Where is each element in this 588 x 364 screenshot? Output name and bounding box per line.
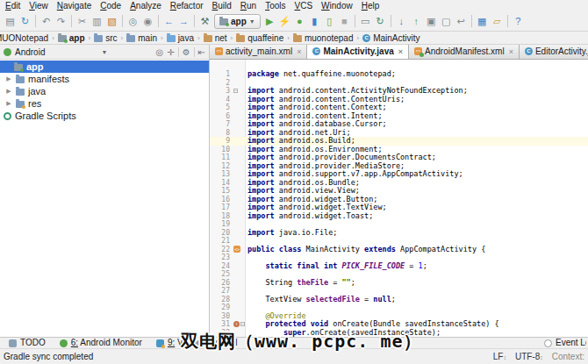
breadcrumb-item-app[interactable]: app [57, 33, 86, 43]
status-lf[interactable]: LF↕ [493, 352, 506, 361]
project-view-selector[interactable]: Android [15, 47, 45, 57]
tab-label: EditorActivity.java [535, 46, 588, 56]
build-hammer-icon[interactable]: ⚒ [197, 14, 212, 29]
menu-build[interactable]: Build [208, 1, 236, 11]
stop-icon[interactable]: ■ [337, 14, 352, 29]
menu-analyze[interactable]: Analyze [125, 1, 166, 11]
tab-mainactivity-java[interactable]: CMainActivity.java× [307, 45, 409, 59]
cut-icon[interactable]: ✂ [75, 14, 90, 29]
collapse-all-icon[interactable]: ✛ [167, 47, 174, 57]
breadcrumb-item-muonotepad[interactable]: MUONotepad [0, 33, 49, 43]
save-icon[interactable]: ▤ [3, 14, 18, 29]
settings-gear-icon[interactable]: ⚙ [183, 47, 190, 57]
vcs-update-icon[interactable]: ↓ [394, 14, 409, 29]
rollback-icon[interactable]: ↩ [454, 14, 469, 29]
tab-activity-main-xml[interactable]: <>activity_main.xml× [210, 45, 307, 59]
debug-icon[interactable]: ● [292, 14, 307, 29]
menu-run[interactable]: Run [236, 1, 261, 11]
menu-navigate[interactable]: Navigate [53, 1, 96, 11]
hide-panel-icon[interactable]: ⇤ [198, 47, 205, 57]
menu-tools[interactable]: Tools [261, 1, 290, 11]
line-number: 1 [210, 70, 233, 79]
code-line-1[interactable]: 1package net.quaffeine.muonotepad; [210, 70, 588, 79]
line-number: 31 [210, 320, 233, 329]
breadcrumb-item-net[interactable]: net [203, 33, 228, 43]
profiler-icon[interactable]: ▮ [307, 14, 322, 29]
menu-help[interactable]: Help [357, 1, 384, 11]
menu-view[interactable]: View [25, 1, 53, 11]
code-line-28[interactable]: 28 TextView selectedFile = null; [210, 296, 588, 304]
sdk-manager-icon[interactable]: ▦ [475, 14, 490, 29]
run-icon[interactable]: ▶ [262, 14, 277, 29]
tab-close-icon[interactable]: × [509, 47, 513, 56]
breadcrumb-item-muonotepad[interactable]: muonotepad [292, 33, 355, 43]
fold-marker-icon[interactable]: − [240, 322, 245, 326]
code-line-18[interactable]: 18import android.widget.Toast; [210, 212, 588, 221]
forward-icon[interactable]: → [176, 14, 191, 29]
copy-icon[interactable]: ▥ [90, 14, 104, 29]
breadcrumb-item-main[interactable]: main [125, 33, 158, 43]
status-utf-8[interactable]: UTF-8↕ [515, 352, 543, 361]
vcs-commit-icon[interactable]: ↑ [409, 14, 424, 29]
redo-icon[interactable]: ↷ [54, 14, 68, 29]
code-line-22[interactable]: 22<>public class MainActivity extends Ap… [210, 246, 588, 254]
tree-expand-arrow-icon[interactable]: ▶ [5, 88, 12, 95]
breadcrumb-item-quaffeine[interactable]: quaffeine [235, 33, 284, 43]
attach-debugger-icon[interactable]: ▯ [322, 14, 337, 29]
related-layout-icon[interactable]: <> [233, 246, 240, 253]
code-line-26[interactable]: 26 String theFile = ""; [210, 279, 588, 288]
apply-changes-icon[interactable]: ⚡ [277, 14, 292, 29]
tab-editoractivity-java[interactable]: CEditorActivity.java× [520, 45, 588, 59]
paste-icon[interactable]: ▧ [104, 14, 119, 29]
line-number: 30 [210, 312, 233, 321]
event-log-button[interactable]: Event Log [544, 338, 586, 348]
tab-close-icon[interactable]: × [297, 47, 301, 56]
locate-icon[interactable]: ◎ [156, 47, 164, 57]
menu-vcs[interactable]: VCS [290, 1, 318, 11]
override-method-icon[interactable]: ↑ [233, 321, 240, 327]
code-line-20[interactable]: 20import java.io.File; [210, 229, 588, 238]
tree-item-manifests[interactable]: ▶manifests [0, 73, 209, 85]
code-text: import java.io.File; [246, 229, 337, 238]
tree-item-gradle-scripts[interactable]: Gradle Scripts [0, 110, 209, 122]
code-line-24[interactable]: 24 static final int PICK_FILE_CODE = 1; [210, 262, 588, 271]
code-editor[interactable]: 1package net.quaffeine.muonotepad;2 3−im… [210, 60, 588, 337]
menu-window[interactable]: Window [317, 1, 357, 11]
breadcrumb-muonotepad-icon [293, 35, 302, 42]
toolwindow-button-6-android-monitor[interactable]: 6: Android Monitor [53, 338, 149, 349]
find-icon[interactable]: ◎ [125, 14, 140, 29]
tab-close-icon[interactable]: × [398, 47, 403, 56]
back-icon[interactable]: ← [161, 14, 176, 29]
tree-expand-arrow-icon[interactable]: ▶ [5, 75, 12, 82]
replace-icon[interactable]: ◉ [140, 14, 155, 29]
menu-edit[interactable]: Edit [1, 1, 25, 11]
toolbar-separator [158, 15, 159, 27]
gradle-sync-icon[interactable]: ↻ [373, 14, 388, 29]
toolwindow-button-9-version-control[interactable]: 9: Version Control [149, 338, 245, 349]
menu-refactor[interactable]: Refactor [166, 1, 208, 11]
tab-androidmanifest-xml[interactable]: <>AndroidManifest.xml× [409, 45, 520, 59]
code-line-32[interactable]: 32 super.onCreate(savedInstanceState); [210, 329, 588, 338]
device-manager-icon[interactable]: ▱ [490, 14, 505, 29]
status-context[interactable]: Context: [552, 352, 584, 361]
tree-item-app[interactable]: app [0, 61, 209, 73]
breadcrumb-item-src[interactable]: src [93, 33, 118, 43]
history-icon[interactable]: ▢ [439, 14, 454, 29]
breadcrumb-item-java[interactable]: java [166, 33, 195, 43]
tree-item-res[interactable]: ▶res [0, 97, 209, 110]
help-icon[interactable]: ? [511, 14, 526, 29]
run-configuration-selector[interactable]: app▼ [214, 14, 261, 29]
line-number: 24 [210, 262, 233, 271]
breadcrumb-item-mainactivity[interactable]: CMainActivity [362, 33, 420, 43]
editor-pane: <>activity_main.xml×CMainActivity.java×<… [210, 45, 588, 337]
lock-icon[interactable]: ▣ [424, 14, 439, 29]
sync-files-icon[interactable]: ↻ [18, 14, 32, 29]
fold-marker-icon[interactable]: − [233, 89, 238, 93]
tree-expand-arrow-icon[interactable]: ▶ [5, 100, 12, 107]
avd-manager-icon[interactable]: ▭ [358, 14, 373, 29]
menu-code[interactable]: Code [96, 1, 125, 11]
undo-icon[interactable]: ↶ [39, 14, 54, 29]
breadcrumb-separator: › [287, 34, 290, 42]
tree-item-java[interactable]: ▶java [0, 85, 209, 97]
toolwindow-button-todo[interactable]: TODO [2, 338, 53, 349]
